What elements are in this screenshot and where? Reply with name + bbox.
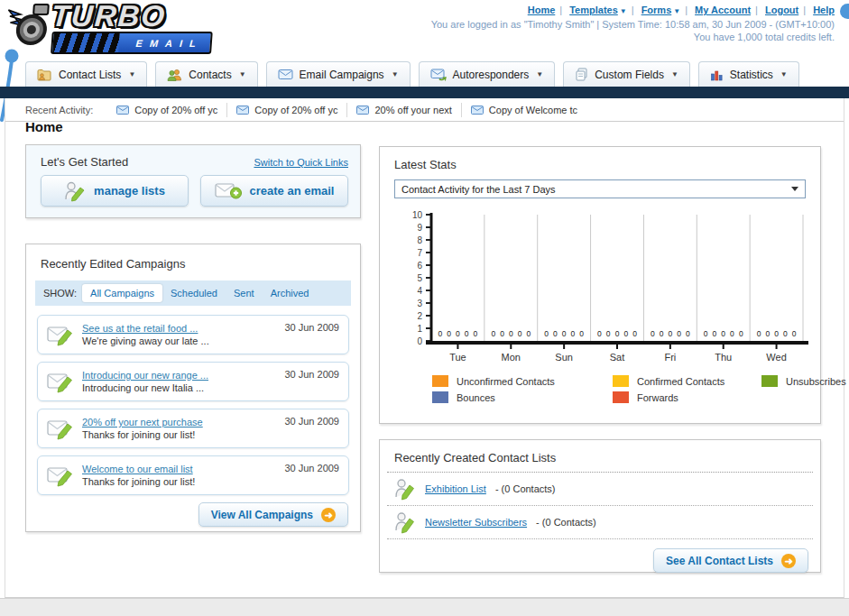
legend-label: Unconfirmed Contacts — [457, 376, 555, 387]
get-started-title: Let's Get Started — [41, 155, 128, 169]
autoresponder-envelope-icon — [430, 69, 447, 81]
legend-item: Unsubscribes — [761, 375, 849, 387]
recent-activity-item[interactable]: 20% off your next — [346, 103, 460, 117]
legend-item: Unconfirmed Contacts — [432, 375, 613, 387]
nav-tab-statistics[interactable]: Statistics ▼ — [698, 61, 799, 87]
envelope-icon — [116, 106, 129, 115]
svg-text:0: 0 — [677, 329, 681, 338]
callout-dot-icon — [840, 4, 849, 19]
tab-scheduled[interactable]: Scheduled — [162, 284, 226, 302]
chevron-down-icon: ▼ — [128, 70, 135, 78]
recent-activity-item[interactable]: Copy of 20% off yc — [107, 103, 226, 117]
tab-sent[interactable]: Sent — [226, 284, 263, 302]
create-email-button[interactable]: create an email — [200, 175, 348, 207]
top-link-logout[interactable]: Logout — [765, 5, 798, 15]
svg-text:0: 0 — [615, 329, 620, 338]
chevron-down-icon: ▼ — [536, 70, 543, 78]
legend-label: Forwards — [637, 392, 678, 403]
legend-swatch — [761, 375, 778, 387]
svg-text:6: 6 — [417, 261, 422, 271]
campaign-row[interactable]: Welcome to our email list Thanks for joi… — [37, 455, 349, 495]
legend-item: Bounces — [432, 391, 613, 403]
svg-text:0: 0 — [721, 329, 725, 338]
arrow-right-icon: ➜ — [321, 508, 336, 522]
tab-all-campaigns[interactable]: All Campaigns — [82, 284, 162, 302]
view-all-campaigns-button[interactable]: View All Campaigns ➜ — [198, 502, 348, 527]
campaign-title-link[interactable]: Introducing our new range ... — [82, 369, 276, 382]
campaign-title-link[interactable]: See us at the retail food ... — [82, 322, 276, 335]
top-link-my-account[interactable]: My Account — [695, 5, 751, 15]
campaign-row[interactable]: See us at the retail food ... We're givi… — [37, 315, 349, 354]
svg-text:2: 2 — [417, 311, 422, 321]
envelope-icon — [278, 69, 293, 80]
campaign-row[interactable]: 20% off your next purchase Thanks for jo… — [37, 409, 349, 448]
campaign-subtitle: Thanks for joining our list! — [82, 475, 276, 488]
svg-text:Fri: Fri — [664, 352, 676, 363]
logo-email-text: EMAIL — [135, 38, 203, 49]
campaign-date: 30 Jun 2009 — [284, 463, 339, 473]
svg-text:Thu: Thu — [715, 352, 732, 363]
stats-period-select[interactable]: Contact Activity for the Last 7 Days — [394, 179, 806, 198]
svg-text:0: 0 — [438, 329, 443, 338]
top-link-templates[interactable]: Templates — [569, 5, 618, 15]
see-all-contact-lists-button[interactable]: See All Contact Lists ➜ — [653, 548, 808, 573]
top-link-forms[interactable]: Forms — [641, 5, 672, 15]
top-link-help[interactable]: Help — [813, 5, 835, 15]
credits-info: You have 1,000 total credits left. — [694, 32, 835, 42]
contact-list-item[interactable]: Newsletter Subscribers - (0 Contacts) — [387, 506, 813, 539]
tab-archived[interactable]: Archived — [263, 284, 318, 302]
recent-activity-item[interactable]: Copy of Welcome tc — [461, 103, 586, 117]
recent-activity-text: 20% off your next — [374, 105, 451, 115]
nav-tab-contact-lists[interactable]: Contact Lists ▼ — [25, 61, 147, 87]
svg-text:0: 0 — [474, 329, 478, 338]
legend-item: Confirmed Contacts — [613, 375, 761, 387]
top-link-home[interactable]: Home — [528, 5, 556, 15]
contact-list-detail: - (0 Contacts) — [495, 483, 556, 494]
contact-list-item[interactable]: Exhibition List - (0 Contacts) — [387, 473, 813, 506]
contact-lists-title: Recently Created Contact Lists — [380, 440, 820, 472]
campaign-subtitle: Introducing our new Italia ... — [82, 382, 276, 394]
campaign-row[interactable]: Introducing our new range ... Introducin… — [37, 362, 349, 401]
select-arrow-icon — [791, 187, 798, 191]
contact-list-link[interactable]: Exhibition List — [425, 483, 486, 494]
nav-tab-autoresponders[interactable]: Autoresponders ▼ — [419, 61, 556, 87]
campaign-list: See us at the retail food ... We're givi… — [26, 306, 360, 495]
logo-text: TURBO EMAIL — [49, 3, 215, 54]
switch-quick-links-link[interactable]: Switch to Quick Links — [254, 157, 348, 168]
recent-activity-item[interactable]: Copy of 20% off yc — [226, 103, 346, 117]
campaign-title-link[interactable]: 20% off your next purchase — [82, 416, 276, 428]
nav-tab-label: Autoresponders — [453, 69, 530, 81]
person-edit-icon — [394, 510, 416, 534]
nav-tab-custom-fields[interactable]: Custom Fields ▼ — [563, 61, 690, 87]
svg-text:0: 0 — [526, 329, 531, 338]
svg-text:Sat: Sat — [610, 352, 625, 363]
svg-text:0: 0 — [783, 329, 788, 338]
dropdown-arrow-icon: ▼ — [620, 7, 627, 15]
svg-text:0: 0 — [792, 329, 797, 338]
nav-tab-contacts[interactable]: Contacts ▼ — [155, 61, 257, 87]
chevron-down-icon: ▼ — [780, 70, 788, 78]
campaign-subtitle: Thanks for joining our list! — [82, 428, 276, 441]
svg-text:3: 3 — [417, 299, 422, 308]
top-nav-links: Home| Templates▼| Forms▼| My Account| Lo… — [528, 5, 835, 15]
turbo-email-logo[interactable]: TURBO EMAIL — [4, 3, 215, 54]
pages-icon — [575, 68, 588, 81]
main-nav: Contact Lists ▼ Contacts ▼ Email Campaig… — [25, 61, 799, 87]
svg-text:0: 0 — [597, 329, 602, 338]
contact-list-link[interactable]: Newsletter Subscribers — [425, 517, 527, 528]
svg-text:10: 10 — [412, 210, 423, 220]
login-info: You are logged in as "Timothy Smith" | S… — [431, 19, 835, 30]
legend-swatch — [613, 375, 629, 387]
svg-text:0: 0 — [571, 329, 576, 338]
svg-text:0: 0 — [730, 329, 734, 338]
recent-activity-text: Copy of 20% off yc — [134, 105, 217, 115]
page-title: Home — [25, 119, 63, 134]
svg-text:0: 0 — [606, 329, 611, 338]
manage-lists-button[interactable]: manage lists — [41, 175, 189, 207]
nav-tab-email-campaigns[interactable]: Email Campaigns ▼ — [266, 61, 411, 87]
stats-select-value: Contact Activity for the Last 7 Days — [401, 184, 556, 195]
contact-activity-chart: 01234567891000000Tue00000Mon00000Sun0000… — [388, 206, 812, 370]
campaign-title-link[interactable]: Welcome to our email list — [82, 463, 276, 475]
campaign-date: 30 Jun 2009 — [284, 369, 339, 380]
svg-text:0: 0 — [417, 336, 422, 346]
